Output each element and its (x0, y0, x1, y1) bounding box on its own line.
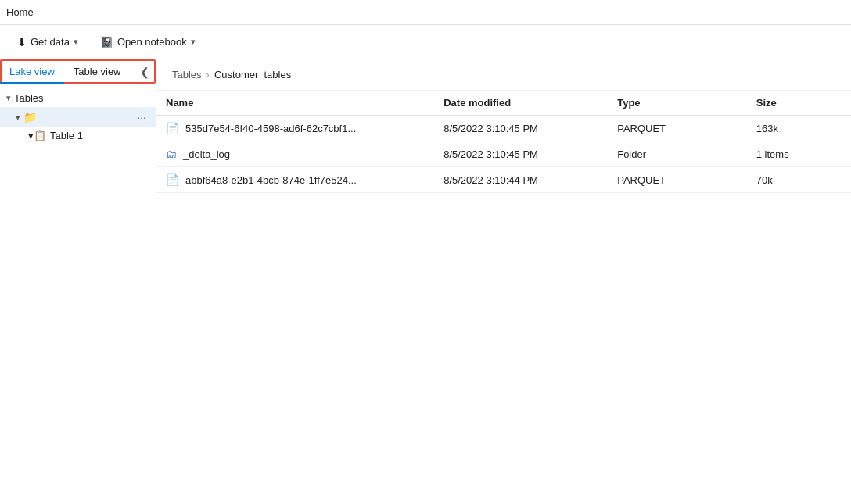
table1-label: Table 1 (50, 130, 83, 141)
cell-type-1: Folder (608, 141, 747, 167)
file-name-text-2: abbf64a8-e2b1-4bcb-874e-1ff7e524... (185, 174, 357, 186)
sidebar-section-tables[interactable]: ▾ Tables (0, 89, 156, 107)
file-name-text-1: _delta_log (183, 148, 230, 160)
cell-size-1: 1 items (747, 141, 851, 167)
file-table: Name Date modified Type Size 📄 (156, 91, 851, 193)
get-data-chevron-icon: ▾ (74, 37, 78, 47)
tables-chevron-icon: ▾ (6, 93, 11, 103)
sidebar: Lake view Table view ❮ ▾ Tables ▾ 📁 ··· (0, 59, 156, 504)
cell-name-2: 📄 abbf64a8-e2b1-4bcb-874e-1ff7e524... (156, 167, 434, 193)
get-data-icon: ⬇ (17, 36, 27, 48)
folder-chevron-icon: ▾ (16, 113, 20, 123)
more-options-button[interactable]: ··· (134, 109, 149, 125)
right-panel: Tables › Customer_tables Name Date modif… (156, 59, 851, 504)
folder-row-icon: 🗂 (166, 148, 177, 160)
breadcrumb-customer-tables: Customer_tables (214, 69, 291, 80)
open-notebook-label: Open notebook (117, 36, 187, 48)
table-row[interactable]: 📄 535d7e54-6f40-4598-ad6f-62c7cbf1... 8/… (156, 116, 851, 141)
table1-chevron-icon: ▾ (28, 130, 34, 141)
cell-name-1: 🗂 _delta_log (156, 141, 434, 167)
collapse-icon: ❮ (140, 66, 149, 78)
open-notebook-button[interactable]: 📓 Open notebook ▾ (92, 32, 203, 52)
breadcrumb-separator: › (206, 69, 210, 80)
tab-lake-view[interactable]: Lake view (0, 59, 64, 84)
open-notebook-chevron-icon: ▾ (191, 37, 196, 47)
folder-icon: 📁 (23, 111, 37, 123)
sidebar-folder-item[interactable]: ▾ 📁 ··· (0, 107, 156, 127)
cell-name-0: 📄 535d7e54-6f40-4598-ad6f-62c7cbf1... (156, 116, 434, 141)
open-notebook-icon: 📓 (100, 36, 113, 48)
cell-date-0: 8/5/2022 3:10:45 PM (434, 116, 608, 141)
file-row-icon: 📄 (166, 173, 179, 186)
main-content: Lake view Table view ❮ ▾ Tables ▾ 📁 ··· (0, 59, 851, 504)
sidebar-collapse-button[interactable]: ❮ (134, 61, 156, 83)
get-data-button[interactable]: ⬇ Get data ▾ (9, 32, 86, 52)
col-header-date: Date modified (434, 91, 608, 116)
tab-table-view[interactable]: Table view (64, 59, 131, 84)
cell-type-2: PARQUET (608, 167, 747, 193)
file-name-text-0: 535d7e54-6f40-4598-ad6f-62c7cbf1... (185, 123, 356, 134)
breadcrumb-tables[interactable]: Tables (172, 69, 202, 80)
file-row-icon: 📄 (166, 122, 179, 134)
get-data-label: Get data (31, 36, 70, 48)
col-header-name: Name (156, 91, 434, 116)
table-row[interactable]: 🗂 _delta_log 8/5/2022 3:10:45 PM Folder … (156, 141, 851, 167)
toolbar: ⬇ Get data ▾ 📓 Open notebook ▾ (0, 25, 851, 59)
table-row[interactable]: 📄 abbf64a8-e2b1-4bcb-874e-1ff7e524... 8/… (156, 167, 851, 193)
top-bar: Home (0, 0, 851, 25)
cell-date-2: 8/5/2022 3:10:44 PM (434, 167, 608, 193)
sidebar-tree: ▾ Tables ▾ 📁 ··· ▾ 📋 Table 1 (0, 84, 156, 504)
sidebar-tabs: Lake view Table view ❮ (0, 59, 156, 84)
col-header-size: Size (747, 91, 851, 116)
cell-size-2: 70k (747, 167, 851, 193)
top-bar-title: Home (6, 6, 34, 18)
cell-date-1: 8/5/2022 3:10:45 PM (434, 141, 608, 167)
cell-type-0: PARQUET (608, 116, 747, 141)
sidebar-section-label: Tables (14, 92, 44, 104)
breadcrumb: Tables › Customer_tables (156, 59, 851, 91)
table-header-row: Name Date modified Type Size (156, 91, 851, 116)
sidebar-sub-item-table1[interactable]: ▾ 📋 Table 1 (0, 127, 156, 144)
col-header-type: Type (608, 91, 747, 116)
cell-size-0: 163k (747, 116, 851, 141)
table-icon: 📋 (34, 130, 46, 141)
